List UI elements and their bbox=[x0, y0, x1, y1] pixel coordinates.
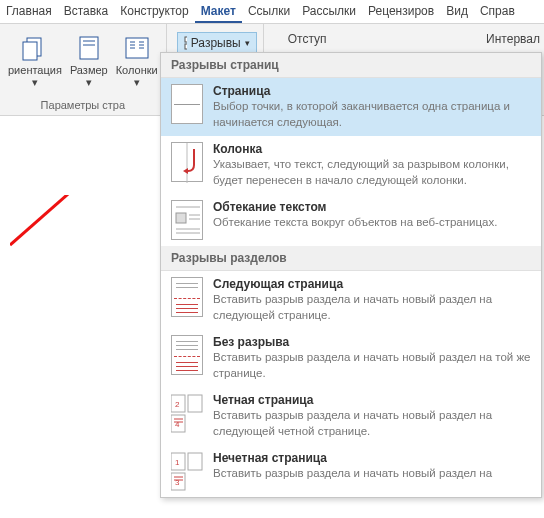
menu-item-continuous[interactable]: Без разрыва Вставить разрыв раздела и на… bbox=[161, 329, 541, 387]
column-break-icon bbox=[171, 142, 203, 182]
menu-item-desc: Вставить разрыв раздела и начать новый р… bbox=[213, 350, 531, 381]
svg-rect-2 bbox=[80, 37, 98, 59]
tab-help[interactable]: Справ bbox=[474, 0, 521, 23]
svg-rect-12 bbox=[185, 37, 187, 42]
svg-rect-31 bbox=[188, 453, 202, 470]
menu-item-title: Колонка bbox=[213, 142, 531, 156]
text-wrapping-icon bbox=[171, 200, 203, 240]
tab-home[interactable]: Главная bbox=[0, 0, 58, 23]
columns-button[interactable]: Колонки ▾ bbox=[114, 32, 160, 89]
tab-view[interactable]: Вид bbox=[440, 0, 474, 23]
svg-text:2: 2 bbox=[175, 400, 180, 409]
dropdown-header-page-breaks: Разрывы страниц bbox=[161, 53, 541, 78]
svg-text:1: 1 bbox=[175, 458, 180, 467]
svg-text:4: 4 bbox=[175, 420, 180, 429]
dropdown-header-section-breaks: Разрывы разделов bbox=[161, 246, 541, 271]
svg-rect-24 bbox=[188, 395, 202, 412]
breaks-dropdown: Разрывы страниц Страница Выбор точки, в … bbox=[160, 52, 542, 498]
svg-rect-16 bbox=[176, 213, 186, 223]
menu-item-odd-page[interactable]: 13 Нечетная страница Вставить разрыв раз… bbox=[161, 445, 541, 497]
menu-item-desc: Вставить разрыв раздела и начать новый р… bbox=[213, 466, 531, 482]
breaks-icon bbox=[184, 36, 187, 50]
tab-mailings[interactable]: Рассылки bbox=[296, 0, 362, 23]
menu-item-even-page[interactable]: 24 Четная страница Вставить разрыв разде… bbox=[161, 387, 541, 445]
ribbon-tabs: Главная Вставка Конструктор Макет Ссылки… bbox=[0, 0, 544, 24]
tab-review[interactable]: Рецензиров bbox=[362, 0, 440, 23]
tab-design[interactable]: Конструктор bbox=[114, 0, 194, 23]
menu-item-desc: Указывает, что текст, следующий за разры… bbox=[213, 157, 531, 188]
menu-item-desc: Обтекание текста вокруг объектов на веб-… bbox=[213, 215, 531, 231]
svg-rect-1 bbox=[23, 42, 37, 60]
orientation-label: риентация bbox=[8, 64, 62, 76]
tab-references[interactable]: Ссылки bbox=[242, 0, 296, 23]
svg-line-36 bbox=[10, 195, 158, 245]
size-button[interactable]: Размер ▾ bbox=[68, 32, 110, 89]
next-page-icon bbox=[171, 277, 203, 317]
dropdown-arrow-icon: ▾ bbox=[134, 76, 140, 89]
dropdown-arrow-icon: ▾ bbox=[86, 76, 92, 89]
dropdown-arrow-icon: ▾ bbox=[245, 38, 250, 48]
svg-rect-5 bbox=[126, 38, 148, 58]
svg-rect-13 bbox=[185, 44, 187, 49]
menu-item-title: Нечетная страница bbox=[213, 451, 531, 465]
menu-item-title: Обтекание текстом bbox=[213, 200, 531, 214]
menu-item-title: Следующая страница bbox=[213, 277, 531, 291]
continuous-icon bbox=[171, 335, 203, 375]
orientation-button[interactable]: риентация ▾ bbox=[6, 32, 64, 89]
breaks-button[interactable]: Разрывы ▾ bbox=[177, 32, 257, 54]
menu-item-title: Без разрыва bbox=[213, 335, 531, 349]
svg-text:3: 3 bbox=[175, 478, 180, 487]
menu-item-page-break[interactable]: Страница Выбор точки, в которой заканчив… bbox=[161, 78, 541, 136]
columns-icon bbox=[121, 32, 153, 64]
breaks-label: Разрывы bbox=[191, 36, 241, 50]
tab-insert[interactable]: Вставка bbox=[58, 0, 115, 23]
menu-item-desc: Выбор точки, в которой заканчивается одн… bbox=[213, 99, 531, 130]
group-label-page-setup: Параметры стра bbox=[6, 97, 160, 113]
annotation-arrow bbox=[10, 195, 170, 255]
menu-item-text-wrapping[interactable]: Обтекание текстом Обтекание текста вокру… bbox=[161, 194, 541, 246]
menu-item-title: Страница bbox=[213, 84, 531, 98]
tab-layout[interactable]: Макет bbox=[195, 0, 242, 23]
menu-item-title: Четная страница bbox=[213, 393, 531, 407]
size-icon bbox=[73, 32, 105, 64]
svg-marker-15 bbox=[183, 168, 188, 174]
menu-item-column-break[interactable]: Колонка Указывает, что текст, следующий … bbox=[161, 136, 541, 194]
odd-page-icon: 13 bbox=[171, 451, 203, 491]
size-label: Размер bbox=[70, 64, 108, 76]
even-page-icon: 24 bbox=[171, 393, 203, 433]
menu-item-desc: Вставить разрыв раздела и начать новый р… bbox=[213, 292, 531, 323]
orientation-icon bbox=[19, 32, 51, 64]
columns-label: Колонки bbox=[116, 64, 158, 76]
page-break-icon bbox=[171, 84, 203, 124]
group-page-setup: риентация ▾ Размер ▾ Колонки ▾ Параметры… bbox=[0, 24, 167, 115]
dropdown-arrow-icon: ▾ bbox=[32, 76, 38, 89]
menu-item-next-page[interactable]: Следующая страница Вставить разрыв разде… bbox=[161, 271, 541, 329]
menu-item-desc: Вставить разрыв раздела и начать новый р… bbox=[213, 408, 531, 439]
